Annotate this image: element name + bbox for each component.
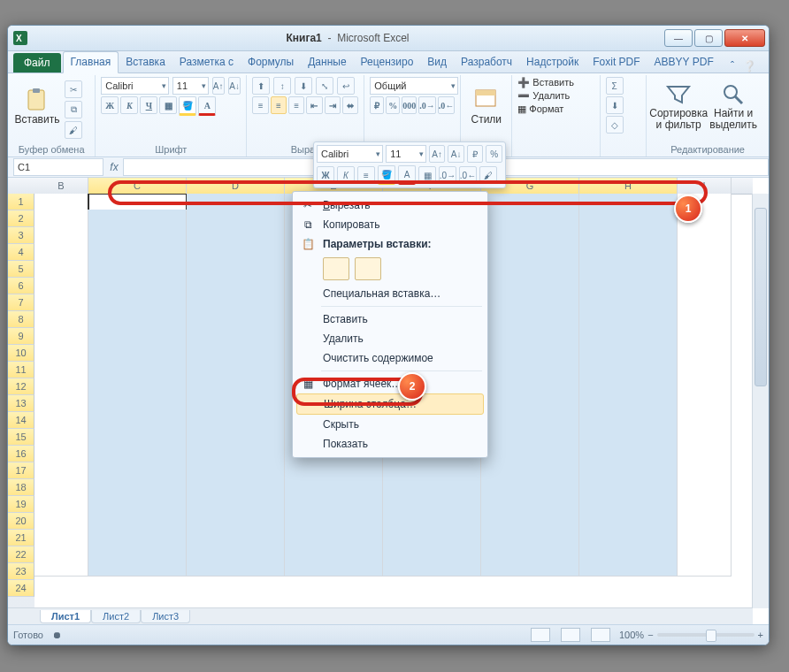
- cell[interactable]: [285, 560, 383, 577]
- cell[interactable]: [481, 241, 579, 258]
- cell[interactable]: [481, 528, 579, 545]
- tab-view[interactable]: Вид: [420, 52, 454, 73]
- window-close-button[interactable]: ✕: [724, 29, 765, 47]
- cell[interactable]: [34, 385, 88, 401]
- mini-font-size[interactable]: 11: [386, 145, 426, 163]
- column-header-D[interactable]: D: [187, 178, 285, 194]
- cell[interactable]: [34, 289, 88, 306]
- cell[interactable]: [88, 416, 187, 433]
- decrease-indent-icon[interactable]: ⇤: [306, 96, 322, 114]
- row-header[interactable]: 14: [8, 412, 34, 429]
- cell[interactable]: [481, 289, 579, 306]
- cell[interactable]: [481, 257, 579, 274]
- row-header[interactable]: 3: [8, 227, 34, 244]
- align-center-icon[interactable]: ≡: [271, 96, 287, 114]
- cell[interactable]: [579, 353, 678, 370]
- ctx-cut[interactable]: ✂Вырезать: [295, 195, 486, 215]
- zoom-slider[interactable]: [657, 633, 755, 637]
- cell[interactable]: [678, 225, 732, 242]
- row-header[interactable]: 6: [8, 278, 34, 294]
- cell[interactable]: [678, 385, 732, 401]
- mini-decrease-font-icon[interactable]: A↓: [448, 145, 464, 163]
- cell[interactable]: [88, 353, 187, 370]
- currency-icon[interactable]: ₽: [370, 96, 384, 114]
- cell[interactable]: [88, 337, 187, 354]
- cell[interactable]: [285, 528, 383, 545]
- fx-icon[interactable]: fx: [105, 161, 123, 173]
- cell[interactable]: [481, 321, 579, 338]
- cell[interactable]: [481, 353, 579, 370]
- cell[interactable]: [579, 225, 678, 242]
- cell[interactable]: [88, 401, 187, 417]
- cell[interactable]: [34, 305, 88, 322]
- cell[interactable]: [579, 432, 678, 449]
- number-format-dropdown[interactable]: Общий: [370, 77, 458, 95]
- cell[interactable]: [579, 241, 678, 258]
- row-header[interactable]: 2: [8, 210, 34, 227]
- cell[interactable]: [579, 560, 678, 577]
- cell[interactable]: [481, 560, 579, 577]
- cell[interactable]: [88, 273, 187, 290]
- cell[interactable]: [34, 210, 88, 226]
- row-header[interactable]: 21: [8, 530, 34, 546]
- align-left-icon[interactable]: ≡: [252, 96, 268, 114]
- row-header[interactable]: 19: [8, 496, 34, 513]
- decrease-font-icon[interactable]: A↓: [228, 77, 241, 95]
- cell[interactable]: [579, 273, 678, 290]
- tab-insert[interactable]: Вставка: [119, 52, 172, 73]
- cell[interactable]: [678, 448, 732, 465]
- cell[interactable]: [678, 257, 732, 274]
- cell[interactable]: [34, 512, 88, 529]
- cell[interactable]: [34, 401, 88, 417]
- cell[interactable]: [678, 560, 732, 577]
- cell[interactable]: [678, 512, 732, 529]
- view-page-layout-icon[interactable]: [561, 628, 580, 642]
- cell[interactable]: [481, 448, 579, 465]
- tab-addins[interactable]: Надстройк: [519, 52, 586, 73]
- cell[interactable]: [579, 337, 678, 354]
- row-header[interactable]: 24: [8, 580, 34, 597]
- cell[interactable]: [678, 273, 732, 290]
- sheet-tab-1[interactable]: Лист1: [40, 610, 91, 623]
- cell[interactable]: [383, 512, 481, 529]
- dec-decimal-icon[interactable]: .0←: [438, 96, 456, 114]
- select-all-corner[interactable]: [8, 178, 35, 195]
- cell[interactable]: [383, 480, 481, 497]
- cell[interactable]: [34, 544, 88, 561]
- cell[interactable]: [187, 289, 285, 306]
- ctx-format-cells[interactable]: ▦Формат ячеек…: [295, 374, 486, 393]
- row-header[interactable]: 9: [8, 328, 34, 345]
- row-header[interactable]: 4: [8, 244, 34, 261]
- cell[interactable]: [88, 305, 187, 322]
- orientation-icon[interactable]: ⤡: [316, 77, 333, 95]
- cell[interactable]: [34, 560, 88, 577]
- cell[interactable]: [187, 560, 285, 577]
- cell[interactable]: [34, 528, 88, 545]
- cell[interactable]: [34, 194, 88, 210]
- ribbon-minimize-icon[interactable]: ˆ: [731, 60, 734, 73]
- cell[interactable]: [678, 544, 732, 561]
- cell[interactable]: [88, 528, 187, 545]
- tab-abbyy[interactable]: ABBYY PDF: [647, 52, 721, 73]
- cell[interactable]: [579, 305, 678, 322]
- tab-developer[interactable]: Разработч: [454, 52, 519, 73]
- thousand-sep-icon[interactable]: 000: [402, 96, 417, 114]
- cell[interactable]: [88, 480, 187, 497]
- font-color-button[interactable]: A: [198, 96, 216, 116]
- ctx-column-width[interactable]: Ширина столбца…: [296, 393, 484, 415]
- sheet-tab-2[interactable]: Лист2: [91, 610, 141, 623]
- cell[interactable]: [579, 528, 678, 545]
- cell[interactable]: [481, 416, 579, 433]
- cell[interactable]: [88, 560, 187, 577]
- increase-font-icon[interactable]: A↑: [212, 77, 225, 95]
- cell[interactable]: [678, 305, 732, 322]
- row-header[interactable]: 12: [8, 378, 34, 395]
- cell[interactable]: [579, 257, 678, 274]
- mini-font-family[interactable]: Calibri: [317, 145, 383, 163]
- format-painter-icon[interactable]: 🖌: [65, 121, 82, 139]
- cell[interactable]: [579, 464, 678, 481]
- cell[interactable]: [579, 289, 678, 306]
- cell[interactable]: [187, 210, 285, 226]
- cell[interactable]: [383, 560, 481, 577]
- row-header[interactable]: 7: [8, 294, 34, 311]
